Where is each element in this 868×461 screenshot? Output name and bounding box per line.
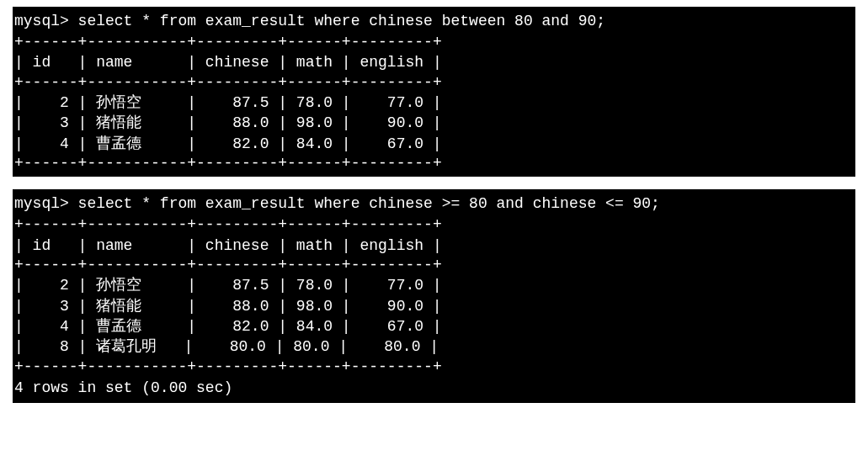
table-row: | 3 | 猪悟能 | 88.0 | 98.0 | 90.0 | [13, 113, 855, 133]
table-row: | 8 | 诸葛孔明 | 80.0 | 80.0 | 80.0 | [13, 336, 855, 357]
terminal-block-2: mysql> select * from exam_result where c… [13, 189, 855, 403]
table-row: | 4 | 曹孟德 | 82.0 | 84.0 | 67.0 | [13, 316, 855, 336]
rows-in-set: 4 rows in set (0.00 sec) [13, 377, 855, 400]
table-sep: +------+-----------+---------+------+---… [13, 154, 855, 173]
table-sep: +------+-----------+---------+------+---… [13, 256, 855, 275]
table-sep: +------+-----------+---------+------+---… [13, 358, 855, 377]
terminal-block-1: mysql> select * from exam_result where c… [13, 7, 855, 177]
table-header: | id | name | chinese | math | english | [13, 236, 855, 256]
table-row: | 2 | 孙悟空 | 87.5 | 78.0 | 77.0 | [13, 93, 855, 113]
table-sep: +------+-----------+---------+------+---… [13, 73, 855, 93]
sql-prompt: mysql> select * from exam_result where c… [13, 193, 855, 215]
table-header: | id | name | chinese | math | english | [13, 52, 855, 72]
table-row: | 2 | 孙悟空 | 87.5 | 78.0 | 77.0 | [13, 275, 855, 295]
table-row: | 3 | 猪悟能 | 88.0 | 98.0 | 90.0 | [13, 296, 855, 316]
sql-prompt: mysql> select * from exam_result where c… [13, 10, 855, 33]
table-sep: +------+-----------+---------+------+---… [13, 215, 855, 235]
table-sep: +------+-----------+---------+------+---… [13, 33, 855, 52]
table-row: | 4 | 曹孟德 | 82.0 | 84.0 | 67.0 | [13, 134, 855, 154]
